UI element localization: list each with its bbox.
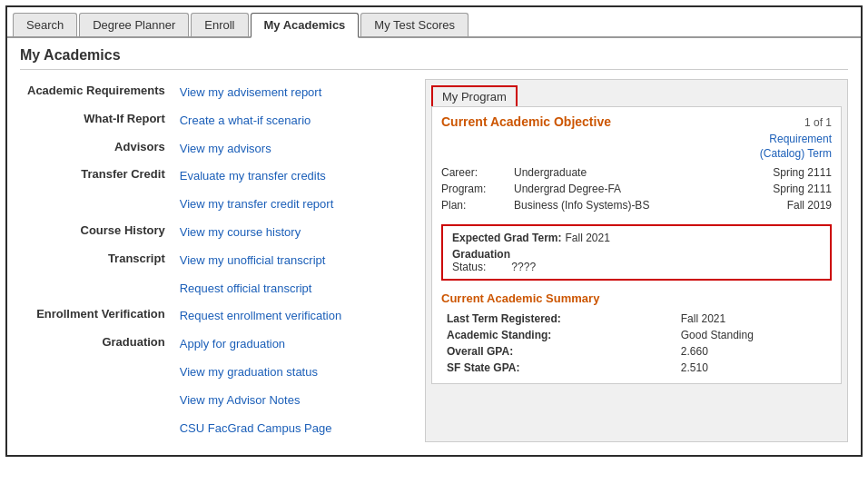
left-link-7-1[interactable]: View my graduation status	[173, 359, 410, 387]
left-link-6-0[interactable]: Request enrollment verification	[173, 302, 410, 331]
obj-row-2: Plan:Business (Info Systems)-BSFall 2019	[441, 197, 832, 213]
left-label-4: Course History	[20, 219, 173, 247]
my-program-tab[interactable]: My Program	[431, 85, 518, 106]
objective-section-header: Current Academic Objective 1 of 1	[432, 107, 841, 133]
tab-my-test-scores[interactable]: My Test Scores	[360, 13, 469, 36]
grad-term-value: Fall 2021	[565, 232, 609, 244]
right-panel: My Program Current Academic Objective 1 …	[425, 79, 848, 442]
title-divider	[20, 69, 848, 70]
link-anchor-3-1[interactable]: View my transfer credit report	[180, 195, 403, 214]
left-label-5	[20, 275, 173, 303]
left-label-5: Transcript	[20, 247, 173, 275]
summary-value-2: 2.660	[676, 343, 832, 360]
left-link-5-0[interactable]: View my unofficial transcript	[173, 247, 410, 275]
objective-rows: Career:UndergraduateSpring 2111Program:U…	[432, 164, 841, 219]
tab-bar: Search Degree Planner Enroll My Academic…	[7, 7, 861, 38]
obj-row-0: Career:UndergraduateSpring 2111	[441, 164, 832, 181]
link-anchor-0-0[interactable]: View my advisement report	[180, 84, 403, 103]
left-link-5-1[interactable]: Request official transcript	[173, 275, 410, 303]
link-anchor-6-0[interactable]: Request enrollment verification	[180, 307, 403, 326]
summary-row-2: Overall GPA:2.660	[441, 343, 832, 360]
grad-status-value: ????	[511, 261, 536, 273]
tab-degree-planner[interactable]: Degree Planner	[79, 13, 189, 36]
left-link-2-0[interactable]: View my advisors	[173, 135, 410, 163]
link-anchor-3-0[interactable]: Evaluate my transfer credits	[180, 167, 403, 186]
grad-term-box: Expected Grad Term: Fall 2021 Graduation…	[441, 224, 832, 281]
left-link-0-0[interactable]: View my advisement report	[173, 79, 410, 107]
link-anchor-7-0[interactable]: Apply for graduation	[180, 335, 403, 354]
left-panel: Academic RequirementsView my advisement …	[20, 79, 410, 442]
left-link-9-0[interactable]: CSU FacGrad Campus Page	[173, 415, 410, 443]
main-container: Search Degree Planner Enroll My Academic…	[5, 5, 863, 457]
link-anchor-2-0[interactable]: View my advisors	[180, 140, 403, 159]
left-label-3: Transfer Credit	[20, 163, 173, 191]
obj-label-0: Career:	[441, 166, 514, 179]
left-label-6: Enrollment Verification	[20, 302, 173, 331]
left-label-2: Advisors	[20, 135, 173, 163]
tab-search[interactable]: Search	[13, 13, 77, 36]
left-label-9	[20, 415, 173, 443]
obj-label-2: Plan:	[441, 199, 514, 212]
obj-value-0: Undergraduate	[514, 166, 673, 179]
left-link-3-1[interactable]: View my transfer credit report	[173, 191, 410, 219]
req-catalog-term-header: Requirement(Catalog) Term	[760, 133, 832, 161]
summary-row-3: SF State GPA:2.510	[441, 360, 832, 376]
nav-table: Academic RequirementsView my advisement …	[20, 79, 410, 442]
tab-my-academics[interactable]: My Academics	[251, 13, 360, 38]
summary-label-3: SF State GPA:	[441, 360, 676, 376]
left-link-3-0[interactable]: Evaluate my transfer credits	[173, 163, 410, 191]
objective-counter: 1 of 1	[804, 116, 832, 129]
program-content: Current Academic Objective 1 of 1 Requir…	[431, 106, 842, 384]
main-content: Academic RequirementsView my advisement …	[7, 79, 861, 455]
link-anchor-9-0[interactable]: CSU FacGrad Campus Page	[180, 420, 403, 439]
summary-table: Last Term Registered:Fall 2021Academic S…	[441, 311, 832, 376]
grad-term-label: Expected Grad Term:	[452, 232, 561, 244]
link-anchor-1-0[interactable]: Create a what-if scenario	[180, 112, 403, 131]
link-anchor-4-0[interactable]: View my course history	[180, 223, 403, 242]
page-title: My Academics	[7, 38, 861, 69]
left-label-7: Graduation	[20, 331, 173, 359]
obj-row-1: Program:Undergrad Degree-FASpring 2111	[441, 181, 832, 197]
link-anchor-5-1[interactable]: Request official transcript	[180, 280, 403, 299]
obj-value-2: Business (Info Systems)-BS	[514, 199, 673, 212]
obj-right-0: Spring 2111	[673, 166, 832, 179]
obj-value-1: Undergrad Degree-FA	[514, 183, 673, 195]
grad-status-label: Graduation	[452, 248, 510, 261]
summary-value-0: Fall 2021	[676, 311, 832, 327]
summary-label-2: Overall GPA:	[441, 343, 676, 360]
left-label-8	[20, 387, 173, 415]
summary-title: Current Academic Summary	[441, 291, 832, 305]
left-link-1-0[interactable]: Create a what-if scenario	[173, 107, 410, 135]
link-anchor-8-0[interactable]: View my Advisor Notes	[180, 391, 403, 410]
left-link-8-0[interactable]: View my Advisor Notes	[173, 387, 410, 415]
link-anchor-5-0[interactable]: View my unofficial transcript	[180, 252, 403, 271]
summary-value-1: Good Standing	[676, 327, 832, 343]
left-label-7	[20, 359, 173, 387]
grad-status-value-line: Status: ????	[452, 261, 821, 273]
left-link-7-0[interactable]: Apply for graduation	[173, 331, 410, 359]
obj-label-1: Program:	[441, 183, 514, 195]
left-label-0: Academic Requirements	[20, 79, 173, 107]
obj-right-1: Spring 2111	[673, 183, 832, 195]
tab-enroll[interactable]: Enroll	[191, 13, 248, 36]
grad-term-line: Expected Grad Term: Fall 2021	[452, 232, 821, 244]
grad-status-label2: Status:	[452, 261, 486, 273]
summary-row-0: Last Term Registered:Fall 2021	[441, 311, 832, 327]
summary-label-0: Last Term Registered:	[441, 311, 676, 327]
left-label-3	[20, 191, 173, 219]
link-anchor-7-1[interactable]: View my graduation status	[180, 363, 403, 382]
obj-right-2: Fall 2019	[673, 199, 832, 212]
objective-title: Current Academic Objective	[441, 114, 611, 129]
summary-value-3: 2.510	[676, 360, 832, 376]
summary-label-1: Academic Standing:	[441, 327, 676, 343]
summary-section: Current Academic Summary Last Term Regis…	[432, 286, 841, 383]
left-link-4-0[interactable]: View my course history	[173, 219, 410, 247]
left-label-1: What-If Report	[20, 107, 173, 135]
grad-status-line: Graduation	[452, 248, 821, 261]
summary-row-1: Academic Standing:Good Standing	[441, 327, 832, 343]
